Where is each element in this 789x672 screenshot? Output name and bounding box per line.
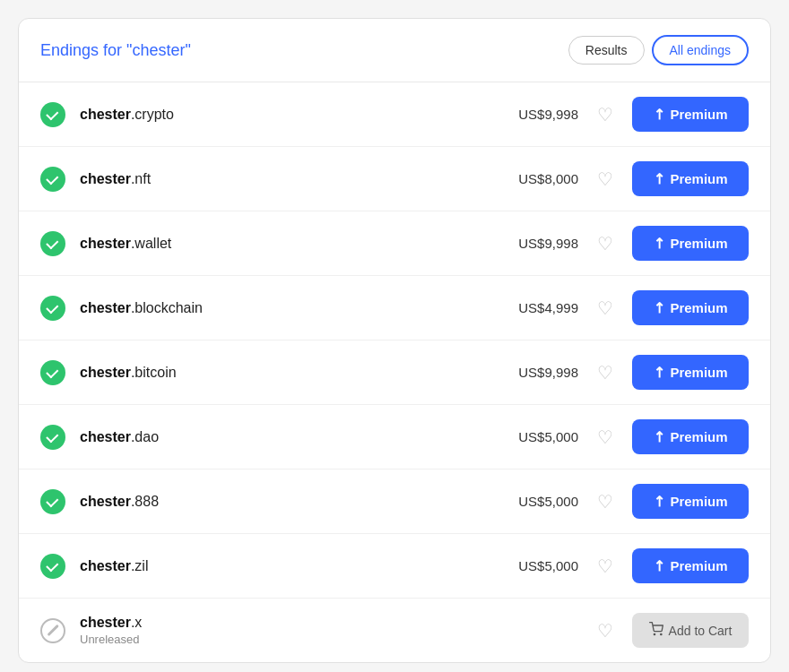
table-row: chester.blockchainUS$4,999♡↗Premium [19, 276, 770, 340]
favorite-icon[interactable]: ♡ [593, 231, 618, 256]
premium-button[interactable]: ↗Premium [632, 97, 749, 132]
premium-button[interactable]: ↗Premium [632, 548, 749, 583]
unreleased-icon [40, 618, 65, 643]
table-row: chester.xUnreleased♡Add to Cart [19, 599, 770, 662]
domain-base: chester [80, 236, 131, 251]
table-row: chester.bitcoinUS$9,998♡↗Premium [19, 340, 770, 405]
domain-name: chester.bitcoin [80, 365, 483, 381]
domain-extension: .crypto [131, 107, 174, 122]
premium-button[interactable]: ↗Premium [632, 355, 749, 390]
arrow-icon: ↗ [649, 426, 670, 447]
svg-point-1 [660, 633, 661, 634]
status-icon [40, 102, 65, 127]
available-check-icon [40, 167, 65, 192]
favorite-icon[interactable]: ♡ [593, 554, 618, 579]
domain-base: chester [80, 300, 131, 315]
available-check-icon [40, 231, 65, 256]
domain-extension: .nft [131, 171, 151, 186]
table-row: chester.888US$5,000♡↗Premium [19, 470, 770, 534]
favorite-icon[interactable]: ♡ [593, 618, 618, 643]
status-icon [40, 554, 65, 579]
favorite-icon[interactable]: ♡ [593, 102, 618, 127]
domain-extension: .bitcoin [131, 365, 177, 380]
status-icon [40, 425, 65, 450]
premium-button-label: Premium [670, 171, 727, 186]
premium-button-label: Premium [670, 300, 727, 315]
premium-button[interactable]: ↗Premium [632, 290, 749, 325]
premium-button-label: Premium [670, 236, 727, 251]
status-icon [40, 618, 65, 643]
favorite-icon[interactable]: ♡ [593, 360, 618, 385]
arrow-icon: ↗ [649, 168, 670, 189]
table-row: chester.nftUS$8,000♡↗Premium [19, 147, 770, 211]
status-icon [40, 489, 65, 514]
available-check-icon [40, 296, 65, 321]
domain-base: chester [80, 615, 131, 630]
domain-base: chester [80, 558, 131, 573]
arrow-icon: ↗ [649, 297, 670, 318]
arrow-icon: ↗ [649, 491, 670, 512]
add-to-cart-button[interactable]: Add to Cart [632, 613, 749, 648]
table-row: chester.cryptoUS$9,998♡↗Premium [19, 82, 770, 147]
status-icon [40, 360, 65, 385]
domain-list: chester.cryptoUS$9,998♡↗Premiumchester.n… [19, 82, 770, 662]
domain-base: chester [80, 494, 131, 509]
table-row: chester.daoUS$5,000♡↗Premium [19, 405, 770, 470]
table-row: chester.zilUS$5,000♡↗Premium [19, 534, 770, 599]
domain-base: chester [80, 107, 131, 122]
favorite-icon[interactable]: ♡ [593, 296, 618, 321]
premium-button[interactable]: ↗Premium [632, 226, 749, 261]
domain-base: chester [80, 171, 131, 186]
title-prefix: Endings for [40, 41, 126, 59]
domain-price: US$9,998 [498, 236, 578, 251]
favorite-icon[interactable]: ♡ [593, 489, 618, 514]
domain-extension: .dao [131, 429, 159, 444]
premium-button-label: Premium [670, 429, 727, 444]
page-title: Endings for "chester" [40, 41, 191, 60]
domain-extension: .zil [131, 558, 149, 573]
domain-extension: .blockchain [131, 300, 203, 315]
available-check-icon [40, 489, 65, 514]
favorite-icon[interactable]: ♡ [593, 425, 618, 450]
domain-extension: .wallet [131, 236, 171, 251]
premium-button-label: Premium [670, 494, 727, 509]
domain-base: chester [80, 365, 131, 380]
domain-name: chester.crypto [80, 107, 483, 123]
cart-icon [649, 622, 663, 639]
domain-extension: .x [131, 615, 142, 630]
status-icon [40, 167, 65, 192]
domain-price: US$5,000 [498, 429, 578, 444]
header-controls: Results All endings [568, 35, 749, 65]
premium-button-label: Premium [670, 365, 727, 380]
table-row: chester.walletUS$9,998♡↗Premium [19, 211, 770, 276]
favorite-icon[interactable]: ♡ [593, 167, 618, 192]
available-check-icon [40, 360, 65, 385]
domain-base: chester [80, 429, 131, 444]
page-header: Endings for "chester" Results All ending… [19, 19, 770, 82]
status-icon [40, 231, 65, 256]
domain-price: US$9,998 [498, 107, 578, 122]
domain-name: chester.xUnreleased [80, 615, 483, 646]
domain-name: chester.dao [80, 429, 483, 445]
domain-price: US$5,000 [498, 558, 578, 573]
arrow-icon: ↗ [649, 233, 670, 254]
arrow-icon: ↗ [649, 362, 670, 383]
domain-price: US$5,000 [498, 494, 578, 509]
premium-button[interactable]: ↗Premium [632, 161, 749, 196]
domain-name: chester.888 [80, 494, 483, 510]
available-check-icon [40, 102, 65, 127]
results-button[interactable]: Results [568, 36, 645, 65]
arrow-icon: ↗ [649, 104, 670, 125]
premium-button[interactable]: ↗Premium [632, 484, 749, 519]
main-container: Endings for "chester" Results All ending… [18, 18, 771, 663]
add-to-cart-label: Add to Cart [669, 624, 733, 638]
search-query-highlight: "chester" [126, 41, 191, 59]
domain-name: chester.wallet [80, 236, 483, 252]
premium-button-label: Premium [670, 558, 727, 573]
domain-price: US$4,999 [498, 300, 578, 315]
premium-button[interactable]: ↗Premium [632, 419, 749, 454]
all-endings-button[interactable]: All endings [652, 35, 750, 65]
arrow-icon: ↗ [649, 556, 670, 576]
premium-button-label: Premium [670, 107, 727, 122]
domain-name: chester.zil [80, 558, 483, 574]
